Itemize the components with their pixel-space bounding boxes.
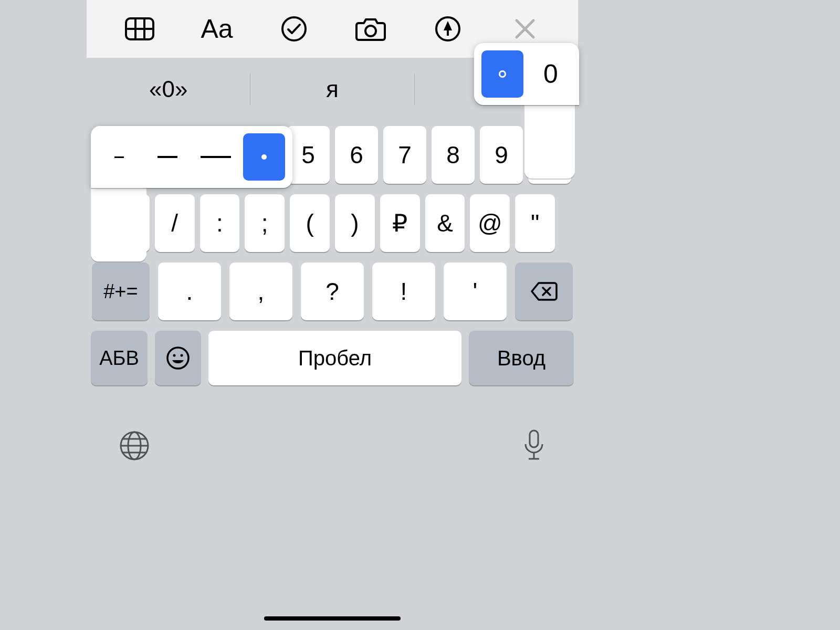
close-icon[interactable] bbox=[509, 13, 541, 45]
popup-stem bbox=[524, 100, 575, 178]
markup-pen-icon[interactable] bbox=[432, 13, 464, 45]
table-icon[interactable] bbox=[124, 13, 155, 45]
keyboard: 0 1 2 3 4 5 6 7 8 9 0 - bbox=[87, 121, 578, 406]
svg-point-12 bbox=[173, 354, 176, 357]
svg-rect-17 bbox=[530, 430, 538, 447]
key-paren-close[interactable]: ) bbox=[335, 194, 375, 252]
keyboard-row-3: #+= . , ? ! ' bbox=[91, 262, 574, 320]
checkmark-circle-icon[interactable] bbox=[278, 13, 310, 45]
suggestion-center[interactable]: я bbox=[250, 76, 414, 102]
key-more-symbols[interactable]: #+= bbox=[92, 262, 150, 320]
key-question[interactable]: ? bbox=[301, 262, 364, 320]
key-exclaim[interactable]: ! bbox=[372, 262, 435, 320]
key-emoji[interactable] bbox=[155, 331, 201, 385]
key-apostrophe[interactable]: ' bbox=[444, 262, 507, 320]
suggestion-left[interactable]: «0» bbox=[87, 76, 250, 102]
key-semicolon[interactable]: ; bbox=[245, 194, 285, 252]
dictation-mic-icon[interactable] bbox=[521, 428, 547, 463]
key-slash[interactable]: / bbox=[155, 194, 195, 252]
key-7[interactable]: 7 bbox=[383, 126, 426, 184]
popup-option-degree[interactable] bbox=[481, 50, 523, 98]
key-backspace[interactable] bbox=[515, 262, 573, 320]
svg-point-5 bbox=[365, 26, 376, 36]
keyboard-row-1: 1 2 3 4 5 6 7 8 9 0 bbox=[91, 126, 574, 184]
camera-icon[interactable] bbox=[355, 13, 386, 45]
key-5[interactable]: 5 bbox=[287, 126, 330, 184]
key-comma[interactable]: , bbox=[229, 262, 292, 320]
popup-option-emdash[interactable] bbox=[195, 133, 237, 181]
key-8[interactable]: 8 bbox=[432, 126, 475, 184]
globe-icon[interactable] bbox=[118, 429, 151, 462]
key-colon[interactable]: : bbox=[200, 194, 240, 252]
key-space[interactable]: Пробел bbox=[208, 331, 461, 385]
svg-point-13 bbox=[181, 354, 183, 357]
key-9[interactable]: 9 bbox=[480, 126, 523, 184]
suggestion-separator bbox=[414, 74, 415, 105]
backspace-icon bbox=[530, 281, 558, 301]
text-format-icon[interactable]: Aa bbox=[201, 13, 233, 45]
key-at[interactable]: @ bbox=[470, 194, 510, 252]
keyboard-row-4: АБВ Пробел Ввод bbox=[91, 331, 574, 385]
popup-option-hyphen[interactable] bbox=[98, 133, 140, 181]
key-enter[interactable]: Ввод bbox=[469, 331, 574, 385]
key-switch-letters[interactable]: АБВ bbox=[91, 331, 148, 385]
svg-point-4 bbox=[282, 17, 306, 40]
longpress-popup-zero: 0 bbox=[474, 43, 579, 105]
longpress-popup-dash bbox=[91, 126, 292, 188]
key-ampersand[interactable]: & bbox=[425, 194, 465, 252]
home-indicator bbox=[264, 616, 401, 621]
key-ruble[interactable]: ₽ bbox=[380, 194, 420, 252]
emoji-icon bbox=[165, 345, 191, 371]
key-period[interactable]: . bbox=[158, 262, 221, 320]
popup-option-zero[interactable]: 0 bbox=[530, 50, 572, 98]
key-6[interactable]: 6 bbox=[335, 126, 378, 184]
key-quote[interactable]: " bbox=[515, 194, 555, 252]
popup-option-bullet[interactable] bbox=[243, 133, 285, 181]
popup-stem bbox=[91, 183, 146, 261]
svg-point-11 bbox=[167, 348, 188, 369]
keyboard-row-2: - / : ; ( ) ₽ & @ " bbox=[91, 194, 574, 252]
popup-option-endash[interactable] bbox=[146, 133, 188, 181]
key-paren-open[interactable]: ( bbox=[290, 194, 330, 252]
system-row bbox=[87, 406, 578, 485]
